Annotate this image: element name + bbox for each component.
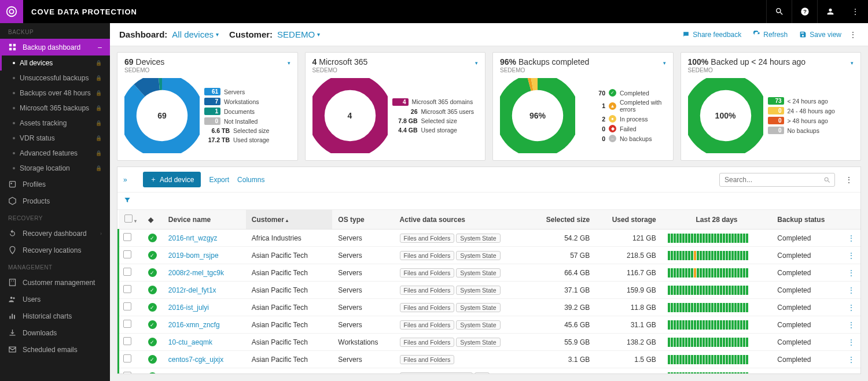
table-row[interactable]: ✓centos7-cgk_ujxjxAsian Pacific TechServ… — [119, 351, 861, 368]
topbar-more-icon[interactable]: ⋮ — [843, 0, 868, 23]
device-link[interactable]: 2016-xmn_zncfg — [168, 321, 220, 329]
table-row[interactable]: ✓2016-nrt_wzgyzAfrica IndustriesServersF… — [119, 230, 861, 247]
col-sources[interactable]: Active data sources — [394, 210, 530, 230]
table-row[interactable]: ✓2012r-del_fyt1xAsian Pacific TechServer… — [119, 282, 861, 299]
sidebar-subitem[interactable]: Microsoft 365 backups🔒 — [0, 101, 110, 116]
col-selected[interactable]: Selected size — [530, 210, 596, 230]
row-checkbox[interactable] — [123, 337, 131, 345]
filter-toggle[interactable] — [117, 193, 860, 210]
row-more-icon[interactable]: ⋮ — [842, 247, 860, 264]
row-checkbox[interactable] — [123, 268, 131, 276]
sidebar-subitem[interactable]: Backups over 48 hours🔒 — [0, 86, 110, 101]
row-more-icon[interactable]: ⋮ — [842, 316, 860, 334]
header-more-icon[interactable]: ⋮ — [847, 31, 859, 39]
widget-menu-icon[interactable]: ▾ — [288, 60, 290, 66]
customer-selector[interactable]: SEDEMO — [273, 29, 317, 39]
refresh-link[interactable]: Refresh — [747, 31, 793, 39]
source-pill[interactable]: System State — [456, 338, 500, 347]
source-pill[interactable]: Files and Folders — [400, 251, 455, 260]
col-last28[interactable]: Last 28 days — [662, 210, 772, 230]
table-row[interactable]: ✓2008r2-mel_tgc9kAsian Pacific TechServe… — [119, 264, 861, 282]
device-link[interactable]: 2016-nrt_wzgyz — [168, 234, 218, 242]
sidebar-subitem[interactable]: Unsuccessful backups🔒 — [0, 71, 110, 86]
save-view-link[interactable]: Save view — [793, 31, 847, 39]
device-link[interactable]: 2019-bom_rsjpe — [168, 251, 219, 260]
device-link[interactable]: eu-engineers.com — [168, 373, 224, 374]
widget-menu-icon[interactable]: ▾ — [663, 60, 666, 66]
col-status[interactable]: Backup status — [771, 210, 842, 230]
sidebar-subitem[interactable]: Assets tracking🔒 — [0, 116, 110, 131]
source-pill[interactable]: System State — [456, 268, 500, 278]
row-checkbox[interactable] — [123, 372, 131, 373]
sidebar-recovery-locations[interactable]: Recovery locations — [0, 242, 110, 258]
search-input[interactable] — [719, 173, 835, 187]
row-more-icon[interactable]: ⋮ — [842, 351, 860, 368]
row-more-icon[interactable]: ⋮ — [842, 334, 860, 351]
source-pill[interactable]: Files and Folders — [400, 286, 455, 295]
col-used[interactable]: Used storage — [595, 210, 662, 230]
sidebar-profiles[interactable]: Profiles — [0, 176, 110, 193]
columns-link[interactable]: Columns — [237, 176, 264, 184]
device-link[interactable]: 2008r2-mel_tgc9k — [168, 269, 224, 277]
source-pill[interactable]: Files and Folders — [400, 355, 455, 364]
export-link[interactable]: Export — [209, 176, 229, 184]
add-device-button[interactable]: ＋Add device — [143, 172, 201, 187]
chevron-down-icon[interactable]: ▾ — [317, 31, 330, 38]
expand-icon[interactable]: » — [123, 176, 135, 184]
help-icon[interactable]: ? — [792, 0, 817, 23]
source-pill[interactable]: Files and Folders — [400, 320, 455, 330]
table-row[interactable]: ✓2019-bom_rsjpeAsian Pacific TechServers… — [119, 247, 861, 264]
row-more-icon[interactable]: ⋮ — [842, 264, 860, 282]
source-pill[interactable]: System State — [456, 303, 500, 312]
sidebar-customer-mgmt[interactable]: Customer management — [0, 274, 110, 291]
user-icon[interactable] — [817, 0, 843, 23]
source-pill[interactable]: Microsoft 365 Exchange — [400, 372, 473, 374]
table-row[interactable]: ✓10-ctu_aeqmkAsian Pacific TechWorkstati… — [119, 334, 861, 351]
sidebar-downloads[interactable]: Downloads — [0, 324, 110, 341]
chevron-down-icon[interactable]: ▾ — [216, 31, 229, 38]
sidebar-scheduled[interactable]: Scheduled emails — [0, 341, 110, 358]
toolbar-more-icon[interactable]: ⋮ — [843, 176, 855, 184]
row-more-icon[interactable]: ⋮ — [842, 368, 860, 374]
sidebar-users[interactable]: Users — [0, 291, 110, 308]
widget-menu-icon[interactable]: ▾ — [851, 60, 854, 66]
row-more-icon[interactable]: ⋮ — [842, 230, 860, 247]
row-checkbox[interactable] — [123, 233, 131, 241]
row-checkbox[interactable] — [123, 285, 131, 293]
status-col-icon[interactable]: ◆ — [142, 210, 163, 230]
row-checkbox[interactable] — [123, 250, 131, 258]
source-pill[interactable]: System State — [456, 234, 500, 243]
sidebar-subitem[interactable]: VDR status🔒 — [0, 131, 110, 146]
row-more-icon[interactable]: ⋮ — [842, 282, 860, 299]
chevron-down-icon[interactable]: ▾ — [134, 219, 137, 224]
sidebar-historical[interactable]: Historical charts — [0, 308, 110, 324]
sidebar-products[interactable]: Products — [0, 193, 110, 209]
select-all-checkbox[interactable] — [124, 214, 133, 223]
table-row[interactable]: ✓eu-engineers.comEuropean Softwar...Unde… — [119, 368, 861, 374]
device-link[interactable]: 2012r-del_fyt1x — [168, 286, 216, 294]
app-logo[interactable] — [0, 0, 23, 23]
search-icon[interactable] — [766, 0, 792, 23]
sidebar-subitem[interactable]: Storage location🔒 — [0, 161, 110, 176]
device-link[interactable]: centos7-cgk_ujxjx — [168, 356, 223, 364]
col-customer[interactable]: Customer ▴ — [246, 210, 333, 230]
device-link[interactable]: 2016-ist_julyi — [168, 304, 209, 312]
source-pill[interactable]: System State — [456, 286, 500, 295]
sidebar-subitem[interactable]: All devices🔒 — [0, 56, 110, 71]
source-pill[interactable]: Files and Folders — [400, 234, 455, 243]
source-pill[interactable]: System State — [456, 320, 500, 330]
row-checkbox[interactable] — [123, 302, 131, 310]
device-link[interactable]: 10-ctu_aeqmk — [168, 338, 212, 346]
table-row[interactable]: ✓2016-ist_julyiAsian Pacific TechServers… — [119, 299, 861, 316]
sidebar-subitem[interactable]: Advanced features🔒 — [0, 146, 110, 161]
col-device[interactable]: Device name — [163, 210, 246, 230]
source-pill[interactable]: +2 — [475, 372, 490, 374]
sidebar-backup-dashboard[interactable]: Backup dashboard – — [0, 39, 110, 56]
source-pill[interactable]: Files and Folders — [400, 268, 455, 278]
row-more-icon[interactable]: ⋮ — [842, 299, 860, 316]
row-checkbox[interactable] — [123, 354, 131, 362]
source-pill[interactable]: System State — [456, 251, 500, 260]
source-pill[interactable]: Files and Folders — [400, 338, 455, 347]
table-row[interactable]: ✓2016-xmn_zncfgAsian Pacific TechServers… — [119, 316, 861, 334]
col-os[interactable]: OS type — [332, 210, 393, 230]
